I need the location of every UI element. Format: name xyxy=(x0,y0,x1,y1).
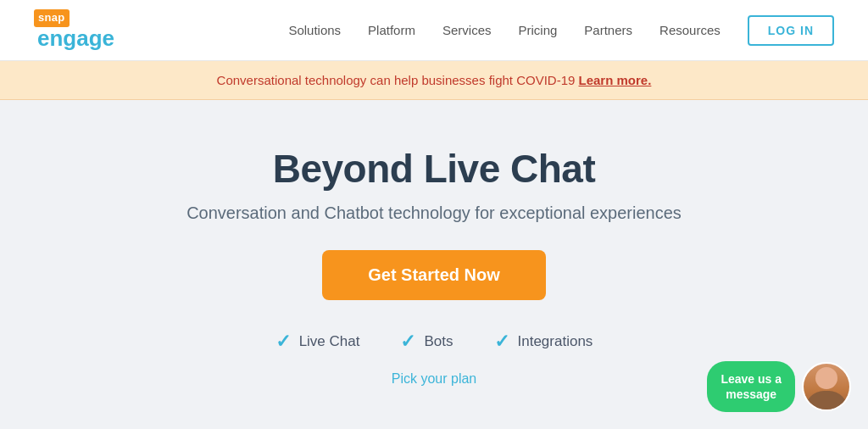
get-started-button[interactable]: Get Started Now xyxy=(322,250,546,300)
leave-message-button[interactable]: Leave us a message xyxy=(707,361,795,412)
feature-live-chat-label: Live Chat xyxy=(299,333,360,350)
covid-banner: Conversational technology can help busin… xyxy=(0,61,868,100)
login-button[interactable]: LOG IN xyxy=(748,15,834,46)
feature-integrations: ✓ Integrations xyxy=(494,331,593,353)
logo[interactable]: snap engage xyxy=(34,9,114,51)
pick-plan-link[interactable]: Pick your plan xyxy=(392,371,477,387)
nav-item-pricing[interactable]: Pricing xyxy=(519,23,558,37)
features-row: ✓ Live Chat ✓ Bots ✓ Integrations xyxy=(17,331,851,353)
logo-snap: snap xyxy=(34,9,70,27)
logo-engage: engage xyxy=(37,27,114,49)
nav-item-partners[interactable]: Partners xyxy=(584,23,632,37)
checkmark-icon-integrations: ✓ xyxy=(494,331,509,353)
main-nav: Solutions Platform Services Pricing Part… xyxy=(288,15,834,46)
leave-message-line1: Leave us a xyxy=(721,372,782,386)
feature-live-chat: ✓ Live Chat xyxy=(275,331,360,353)
leave-message-line2: message xyxy=(726,387,776,401)
feature-integrations-label: Integrations xyxy=(518,333,593,350)
agent-shoulders xyxy=(805,391,848,410)
agent-avatar-inner xyxy=(804,364,849,410)
feature-bots-label: Bots xyxy=(424,333,453,350)
agent-head xyxy=(815,367,837,389)
nav-item-platform[interactable]: Platform xyxy=(368,23,415,37)
agent-avatar xyxy=(802,362,851,411)
people-section xyxy=(17,421,851,429)
banner-text: Conversational technology can help busin… xyxy=(217,73,579,87)
hero-title: Beyond Live Chat xyxy=(17,146,851,192)
chat-widget: Leave us a message xyxy=(707,361,851,412)
hero-subtitle: Conversation and Chatbot technology for … xyxy=(17,203,851,223)
nav-item-solutions[interactable]: Solutions xyxy=(288,23,341,37)
nav-item-services[interactable]: Services xyxy=(442,23,492,37)
banner-link[interactable]: Learn more. xyxy=(579,73,652,87)
header: snap engage Solutions Platform Services … xyxy=(0,0,868,61)
feature-bots: ✓ Bots xyxy=(400,331,453,353)
checkmark-icon-bots: ✓ xyxy=(400,331,415,353)
nav-item-resources[interactable]: Resources xyxy=(659,23,721,37)
checkmark-icon: ✓ xyxy=(275,331,291,353)
